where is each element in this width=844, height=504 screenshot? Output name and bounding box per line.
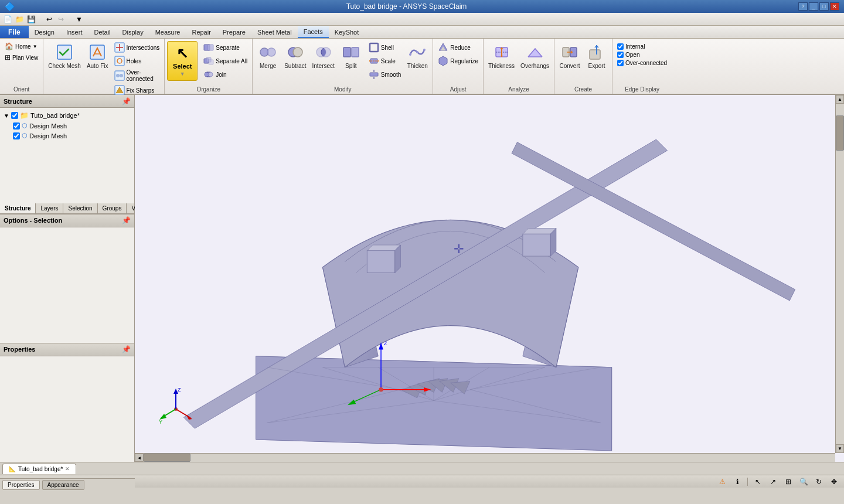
qa-redo-button[interactable]: ↪ (56, 14, 66, 25)
qa-open-button[interactable]: 📁 (14, 14, 25, 25)
over-connected-check[interactable]: Over-connected (617, 60, 667, 66)
smooth-button[interactable]: Thicken (404, 41, 430, 71)
tab-groups[interactable]: Groups (98, 203, 127, 213)
thickness-button[interactable]: Thickness (486, 41, 517, 71)
tree-root-item[interactable]: ▼ 📁 Tuto_bad bridge* (2, 110, 132, 121)
convert-button[interactable]: Convert (557, 41, 583, 71)
overhangs-button[interactable]: Overhangs (518, 41, 552, 71)
scroll-down-arrow[interactable]: ▼ (836, 444, 844, 453)
svg-marker-40 (439, 56, 447, 66)
minimize-button[interactable]: _ (809, 2, 818, 11)
tab-close-button[interactable]: ✕ (65, 466, 70, 472)
info-icon[interactable]: ℹ (732, 476, 743, 487)
reduce-icon (438, 42, 448, 53)
vertical-scrollbar[interactable]: ▲ ▼ (835, 95, 844, 453)
menu-repair[interactable]: Repair (186, 26, 216, 38)
ribbon-group-create: Convert Export Create (554, 39, 612, 94)
internal-check[interactable]: Internal (617, 43, 667, 50)
intersect-button[interactable]: Intersect (309, 41, 336, 71)
tab-layers[interactable]: Layers (36, 203, 63, 213)
internal-checkbox[interactable] (617, 43, 624, 50)
over-connected-button[interactable]: Over-connected (112, 68, 162, 83)
open-checkbox[interactable] (617, 52, 624, 58)
tree-mesh1-item[interactable]: ⬡ Design Mesh (2, 121, 132, 131)
scale-button[interactable]: Scale (366, 55, 403, 67)
qa-customize-button[interactable]: ▼ (74, 14, 84, 25)
join-button[interactable]: Join (201, 68, 250, 81)
structure-panel-header: Structure 📌 (0, 95, 134, 108)
qa-save-button[interactable]: 💾 (26, 14, 36, 25)
viewport[interactable]: Z ✛ ▲ ▼ ◄ ► (135, 95, 844, 462)
separate-all-button[interactable]: Separate All (201, 55, 250, 67)
join-icon (203, 69, 214, 80)
menu-keyshot[interactable]: KeyShot (329, 26, 365, 38)
menu-display[interactable]: Display (117, 26, 149, 38)
fix-sharps-icon (114, 85, 125, 96)
select-mode-icon[interactable]: ↗ (768, 476, 778, 487)
select-button[interactable]: ↖ Select ▼ (167, 41, 198, 81)
menu-insert[interactable]: Insert (60, 26, 89, 38)
appearance-tab[interactable]: Appearance (42, 480, 84, 490)
scroll-v-thumb[interactable] (836, 115, 844, 151)
cursor-mode-icon[interactable]: ↖ (753, 476, 763, 487)
menu-measure[interactable]: Measure (149, 26, 186, 38)
zoom-icon[interactable]: 🔍 (798, 476, 809, 487)
menu-facets[interactable]: Facets (298, 26, 329, 38)
auto-fix-button[interactable]: Auto Fix (84, 41, 111, 71)
tree-expand-icon[interactable]: ▼ (4, 113, 9, 119)
pan-icon[interactable]: ✥ (829, 476, 839, 487)
svg-point-36 (416, 51, 418, 53)
reduce-button[interactable]: Reduce (435, 41, 481, 54)
intersections-button[interactable]: Intersections (112, 41, 162, 54)
open-check[interactable]: Open (617, 52, 667, 58)
structure-panel-tabs: Structure Layers Selection Groups Views (0, 203, 134, 214)
main-document-tab[interactable]: 📐 Tuto_bad bridge* ✕ (2, 464, 76, 474)
close-button[interactable]: ✕ (830, 2, 839, 11)
separate-button[interactable]: Separate (201, 41, 250, 54)
rotate-icon[interactable]: ↻ (814, 476, 824, 487)
menu-sheet-metal[interactable]: Sheet Metal (251, 26, 298, 38)
shell-button[interactable]: Shell (366, 41, 403, 54)
restore-button[interactable]: □ (819, 2, 829, 11)
mesh2-icon: ⬡ (22, 132, 28, 139)
menu-prepare[interactable]: Prepare (217, 26, 251, 38)
horizontal-scrollbar[interactable]: ◄ ► (135, 453, 835, 462)
scroll-up-arrow[interactable]: ▲ (836, 95, 844, 104)
export-icon (587, 43, 606, 62)
mesh1-icon: ⬡ (22, 122, 28, 130)
over-connected-checkbox[interactable] (617, 60, 624, 66)
tree-mesh2-item[interactable]: ⬡ Design Mesh (2, 131, 132, 141)
properties-panel-pin[interactable]: 📌 (122, 345, 131, 353)
qa-undo-button[interactable]: ↩ (44, 14, 55, 25)
holes-button[interactable]: Holes (112, 55, 162, 67)
tree-mesh1-checkbox[interactable] (13, 122, 20, 130)
tab-selection[interactable]: Selection (63, 203, 97, 213)
tree-mesh2-checkbox[interactable] (13, 132, 20, 139)
menu-detail[interactable]: Detail (88, 26, 116, 38)
fit-view-icon[interactable]: ⊞ (783, 476, 794, 487)
check-mesh-button[interactable]: Check Mesh (46, 41, 83, 71)
regularize-button[interactable]: Regularize (435, 55, 481, 67)
ribbon-group-organize: ↖ Select ▼ Separate (165, 39, 253, 94)
export-button[interactable]: Export (584, 41, 610, 71)
help-button[interactable]: ? (798, 2, 808, 11)
warning-icon[interactable]: ⚠ (717, 476, 727, 487)
qa-new-button[interactable]: 📄 (2, 14, 13, 25)
subtract-button[interactable]: Subtract (282, 41, 308, 71)
window-title: Tuto_bad bridge - ANSYS SpaceClaim (15, 2, 798, 11)
split-button[interactable]: Split (338, 41, 364, 71)
tree-root-checkbox[interactable] (11, 112, 18, 119)
scroll-left-arrow[interactable]: ◄ (135, 454, 144, 462)
file-menu[interactable]: File (0, 26, 29, 38)
tab-structure[interactable]: Structure (0, 203, 36, 213)
structure-panel-pin[interactable]: 📌 (122, 97, 131, 105)
scroll-h-thumb[interactable] (144, 454, 190, 462)
overhangs-icon (526, 43, 544, 62)
plan-view-button[interactable]: ⊞ Plan View (2, 52, 40, 63)
home-button[interactable]: 🏠 Home ▼ (2, 41, 40, 52)
merge-button[interactable]: Merge (255, 41, 281, 71)
menu-design[interactable]: Design (29, 26, 60, 38)
thicken-button[interactable]: Smooth (366, 68, 403, 81)
options-panel-pin[interactable]: 📌 (122, 216, 131, 224)
properties-tab[interactable]: Properties (2, 480, 40, 490)
